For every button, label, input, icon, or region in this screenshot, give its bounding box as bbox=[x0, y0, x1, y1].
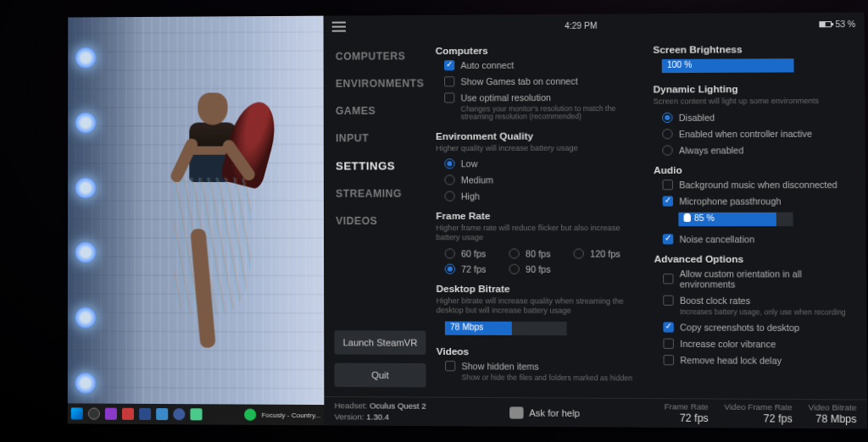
taskbar-app-icon[interactable] bbox=[156, 408, 168, 420]
head-lock-checkbox[interactable]: Remove head lock delay bbox=[654, 353, 858, 367]
section-advanced: Advanced Options bbox=[654, 254, 858, 265]
menu-icon[interactable] bbox=[332, 22, 346, 32]
fps-80[interactable]: 80 fps bbox=[509, 247, 566, 261]
auto-connect-checkbox[interactable]: Auto connect bbox=[436, 58, 636, 72]
lighting-controller[interactable]: Enabled when controller inactive bbox=[654, 126, 856, 141]
section-brightness: Screen Brightness bbox=[653, 43, 855, 54]
section-frame-rate: Frame Rate bbox=[436, 211, 636, 221]
section-bitrate: Desktop Bitrate bbox=[437, 284, 637, 295]
mic-passthrough-checkbox[interactable]: Microphone passthrough bbox=[654, 194, 857, 207]
optimal-resolution-hint: Changes your monitor's resolution to mat… bbox=[436, 105, 636, 122]
nav-item-videos[interactable]: VIDEOS bbox=[324, 207, 436, 235]
env-quality-medium[interactable]: Medium bbox=[436, 174, 636, 188]
vr-floating-panel: Focusly - Country... 4:29 PM 53 % COMPUT… bbox=[68, 13, 867, 429]
boost-clock-checkbox[interactable]: Boost clock rates bbox=[654, 293, 858, 307]
launch-steamvr-button[interactable]: Launch SteamVR bbox=[334, 330, 426, 355]
footer-bar: Headset: Oculus Quest 2 Version: 1.30.4 … bbox=[324, 396, 867, 428]
mic-slider[interactable]: 85 % bbox=[678, 213, 793, 226]
search-icon[interactable] bbox=[88, 408, 100, 420]
env-quality-low[interactable]: Low bbox=[436, 157, 636, 171]
battery-indicator: 53 % bbox=[820, 19, 856, 28]
nav-item-games[interactable]: GAMES bbox=[324, 97, 436, 125]
taskbar-app-icon[interactable] bbox=[105, 408, 117, 420]
fps-72[interactable]: 72 fps bbox=[445, 262, 503, 276]
stat-frame-rate: Frame Rate72 fps bbox=[665, 401, 709, 426]
section-computers: Computers bbox=[436, 45, 636, 56]
color-vibrance-checkbox[interactable]: Increase color vibrance bbox=[654, 337, 858, 351]
app-panel: 4:29 PM 53 % COMPUTERSENVIRONMENTSGAMESI… bbox=[324, 13, 868, 429]
quit-button[interactable]: Quit bbox=[334, 363, 426, 388]
fps-120[interactable]: 120 fps bbox=[574, 247, 637, 261]
copy-screenshots-checkbox[interactable]: Copy screenshots to desktop bbox=[654, 320, 858, 334]
taskbar-app-icon[interactable] bbox=[173, 408, 185, 420]
lighting-disabled[interactable]: Disabled bbox=[654, 110, 856, 124]
custom-orient-checkbox[interactable]: Allow custom orientation in all environm… bbox=[654, 267, 858, 291]
nav-item-environments[interactable]: ENVIRONMENTS bbox=[324, 69, 436, 97]
ask-for-help-button[interactable]: Ask for help bbox=[509, 406, 580, 419]
taskbar-app-icon[interactable] bbox=[190, 408, 202, 420]
desktop-mirror-preview: Focusly - Country... bbox=[68, 16, 325, 426]
bitrate-slider[interactable]: 78 Mbps bbox=[445, 321, 567, 335]
taskbar-app-icon[interactable] bbox=[139, 408, 151, 420]
fps-60[interactable]: 60 fps bbox=[445, 246, 503, 260]
section-videos: Videos bbox=[437, 346, 637, 357]
settings-content: Computers Auto connect Show Games tab on… bbox=[436, 35, 867, 399]
app-header: 4:29 PM 53 % bbox=[324, 13, 865, 38]
section-audio: Audio bbox=[654, 164, 856, 175]
fps-90[interactable]: 90 fps bbox=[509, 262, 567, 276]
clock: 4:29 PM bbox=[346, 19, 820, 31]
wallpaper-character bbox=[161, 92, 264, 382]
windows-taskbar[interactable]: Focusly - Country... bbox=[68, 403, 325, 425]
taskbar-app-icon[interactable] bbox=[122, 408, 134, 420]
brightness-slider[interactable]: 100 % bbox=[662, 58, 794, 73]
nav-item-streaming[interactable]: STREAMING bbox=[324, 180, 436, 207]
noise-cancel-checkbox[interactable]: Noise cancellation bbox=[654, 232, 857, 246]
optimal-resolution-checkbox[interactable]: Use optimal resolution bbox=[436, 91, 636, 105]
nav-sidebar: COMPUTERSENVIRONMENTSGAMESINPUTSETTINGSS… bbox=[324, 37, 437, 397]
lighting-always[interactable]: Always enabled bbox=[654, 143, 856, 157]
battery-icon bbox=[820, 21, 832, 27]
spotify-icon[interactable] bbox=[244, 409, 256, 421]
headset-info: Headset: Oculus Quest 2 Version: 1.30.4 bbox=[335, 401, 426, 423]
microphone-icon bbox=[684, 213, 691, 222]
section-lighting: Dynamic Lighting bbox=[654, 83, 856, 94]
nav-item-computers[interactable]: COMPUTERS bbox=[324, 42, 436, 70]
bg-music-checkbox[interactable]: Background music when disconnected bbox=[654, 178, 857, 192]
show-hidden-checkbox[interactable]: Show hidden items bbox=[437, 359, 637, 373]
nav-item-input[interactable]: INPUT bbox=[324, 124, 436, 152]
show-games-checkbox[interactable]: Show Games tab on connect bbox=[436, 74, 636, 88]
chat-icon bbox=[509, 406, 524, 418]
stat-video-frame-rate: Video Frame Rate72 fps bbox=[724, 401, 792, 426]
env-quality-high[interactable]: High bbox=[436, 190, 636, 203]
section-env-quality: Environment Quality bbox=[436, 130, 636, 141]
start-icon[interactable] bbox=[71, 407, 83, 419]
nav-item-settings[interactable]: SETTINGS bbox=[324, 152, 436, 180]
now-playing-text: Focusly - Country... bbox=[262, 411, 321, 419]
stat-video-bitrate: Video Bitrate78 Mbps bbox=[809, 402, 857, 427]
